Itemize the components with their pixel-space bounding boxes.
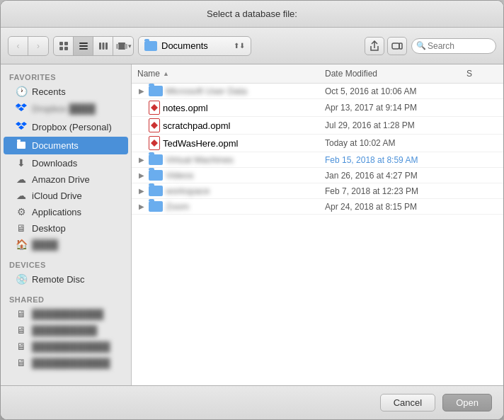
file-date-cell: Feb 15, 2018 at 8:59 AM (319, 154, 461, 166)
svg-rect-13 (392, 43, 399, 49)
column-icon (98, 41, 108, 51)
documents-icon (15, 139, 28, 152)
folder-icon-file (149, 201, 163, 212)
table-row[interactable]: TedWasHere.opml Today at 10:02 AM (132, 135, 503, 152)
location-dropdown[interactable]: Documents ⬆⬇ (138, 36, 251, 56)
view-icon-button[interactable] (54, 37, 74, 55)
share-icon (370, 40, 379, 52)
view-list-button[interactable] (74, 37, 93, 55)
sidebar-home-label: ████ (32, 239, 58, 250)
sidebar-dropbox2-label: Dropbox (Personal) (32, 122, 112, 132)
sidebar-item-shared2[interactable]: 🖥 ██████████ (4, 322, 128, 338)
table-row[interactable]: scratchpad.opml Jul 29, 2016 at 1:28 PM (132, 117, 503, 135)
svg-rect-1 (64, 42, 68, 45)
home-icon: 🏠 (15, 239, 28, 250)
svg-rect-7 (99, 42, 101, 50)
table-row[interactable]: ▶ Videos Jan 26, 2016 at 4:27 PM (132, 168, 503, 183)
forward-button[interactable]: › (28, 37, 48, 55)
coverflow-icon (115, 41, 128, 51)
search-wrapper: 🔍 (411, 38, 496, 54)
sidebar-item-desktop[interactable]: 🖥 Desktop (4, 220, 128, 236)
sidebar-item-icloud[interactable]: ☁ iCloud Drive (4, 188, 128, 203)
sidebar-remotedisc-label: Remote Disc (32, 274, 84, 285)
svg-rect-15 (17, 142, 25, 149)
toolbar: ‹ › (1, 28, 503, 64)
file-size-cell (461, 205, 503, 208)
column-name-header[interactable]: Name ▲ (132, 67, 319, 80)
tag-button[interactable] (387, 37, 407, 55)
column-size-header[interactable]: S (461, 67, 503, 80)
search-icon: 🔍 (416, 41, 426, 50)
nav-buttons: ‹ › (8, 36, 49, 56)
sidebar-item-amazondrive[interactable]: ☁ Amazon Drive (4, 171, 128, 187)
file-name-label: Virtual Machines (166, 154, 234, 165)
file-name-cell: ▶ Microsoft User Data (132, 84, 319, 98)
file-name-cell: notes.opml (132, 99, 319, 116)
svg-rect-10 (118, 42, 125, 50)
dropbox1-icon (15, 102, 28, 115)
applications-icon: ⚙ (15, 206, 28, 217)
share-button[interactable] (365, 37, 384, 55)
file-name-label: notes.opml (163, 103, 208, 113)
devices-section-title: Devices (1, 258, 131, 271)
svg-rect-6 (79, 48, 88, 50)
file-date-cell: Feb 7, 2018 at 12:23 PM (319, 185, 461, 198)
open-button[interactable]: Open (442, 394, 492, 412)
file-list-header: Name ▲ Date Modified S (132, 64, 503, 84)
file-size-cell (461, 90, 503, 93)
forward-icon: › (37, 41, 40, 51)
shared1-icon: 🖥 (15, 308, 28, 319)
column-size-label: S (466, 69, 472, 79)
file-size-cell (461, 142, 503, 144)
sidebar-item-downloads[interactable]: ⬇ Downloads (4, 155, 128, 171)
sidebar-icloud-label: iCloud Drive (32, 191, 82, 201)
file-date-cell: Oct 5, 2016 at 10:06 AM (319, 85, 461, 98)
expand-arrow[interactable]: ▶ (137, 203, 146, 210)
sidebar-item-shared3[interactable]: 🖥 ████████████ (4, 339, 128, 354)
view-column-button[interactable] (93, 37, 113, 55)
column-date-header[interactable]: Date Modified (319, 67, 461, 80)
file-name-label: Videos (166, 170, 194, 181)
sidebar-shared2-label: ██████████ (32, 325, 97, 336)
list-icon (79, 41, 88, 51)
back-button[interactable]: ‹ (8, 37, 28, 55)
expand-arrow[interactable]: ▶ (137, 87, 146, 95)
view-coverflow-button[interactable]: ▾ (113, 37, 133, 55)
opml-icon (149, 136, 160, 150)
table-row[interactable]: ▶ Microsoft User Data Oct 5, 2016 at 10:… (132, 84, 503, 99)
view-buttons: ▾ (53, 36, 134, 56)
sidebar-item-applications[interactable]: ⚙ Applications (4, 204, 128, 220)
file-date-cell: Jul 29, 2016 at 1:28 PM (319, 119, 461, 132)
sidebar-item-remotedisc[interactable]: 💿 Remote Disc (4, 271, 128, 287)
recents-icon: 🕐 (15, 86, 28, 97)
table-row[interactable]: notes.opml Apr 13, 2017 at 9:14 PM (132, 99, 503, 117)
dropdown-chevron: ⬆⬇ (234, 42, 245, 50)
expand-arrow[interactable]: ▶ (137, 171, 146, 179)
sidebar-item-home[interactable]: 🏠 ████ (4, 237, 128, 252)
expand-arrow[interactable]: ▶ (137, 156, 146, 164)
svg-rect-5 (79, 45, 88, 47)
sidebar-item-recents[interactable]: 🕐 Recents (4, 84, 128, 99)
sidebar-downloads-label: Downloads (32, 158, 77, 169)
svg-rect-4 (79, 42, 88, 44)
sidebar-dropbox1-label: Dropbox ████ (32, 103, 96, 114)
table-row[interactable]: ▶ Zoom Apr 24, 2018 at 8:15 PM (132, 199, 503, 215)
file-name-label: Zoom (166, 201, 189, 212)
icloud-icon: ☁ (15, 190, 28, 201)
back-icon: ‹ (17, 41, 20, 51)
column-name-label: Name (137, 69, 160, 79)
table-row[interactable]: ▶ workspace Feb 7, 2018 at 12:23 PM (132, 183, 503, 199)
shared3-icon: 🖥 (15, 341, 28, 352)
sidebar-item-dropbox2[interactable]: Dropbox (Personal) (4, 118, 128, 136)
sidebar-shared3-label: ████████████ (32, 341, 110, 352)
sidebar-item-shared4[interactable]: 🖥 ████████████ (4, 355, 128, 370)
cancel-button[interactable]: Cancel (380, 394, 435, 412)
file-size-cell (461, 106, 503, 109)
sidebar-item-shared1[interactable]: 🖥 ███████████ (4, 306, 128, 322)
sidebar-item-documents[interactable]: Documents (4, 137, 128, 154)
sidebar-documents-label: Documents (32, 140, 79, 151)
expand-arrow[interactable]: ▶ (137, 187, 146, 195)
sidebar-item-dropbox1[interactable]: Dropbox ████ (4, 100, 128, 118)
sidebar-applications-label: Applications (32, 207, 81, 217)
table-row[interactable]: ▶ Virtual Machines Feb 15, 2018 at 8:59 … (132, 152, 503, 168)
